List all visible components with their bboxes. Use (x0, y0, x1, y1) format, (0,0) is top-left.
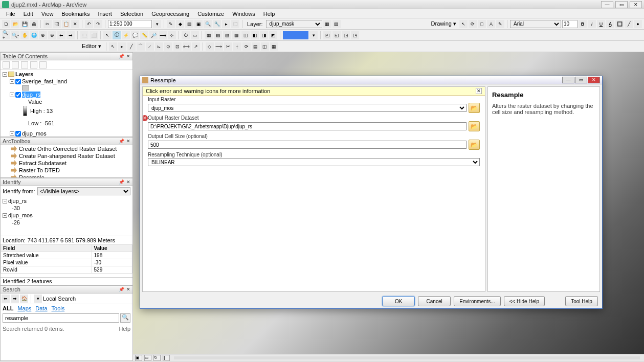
layer-checkbox[interactable] (15, 79, 21, 84)
menu-bookmarks[interactable]: Bookmarks (57, 10, 94, 18)
minimize-button[interactable]: — (601, 1, 613, 8)
identify-close-icon[interactable]: ✕ (126, 179, 130, 185)
undo-icon[interactable]: ↶ (85, 20, 93, 28)
menu-insert[interactable]: Insert (94, 10, 116, 18)
browse-button[interactable]: 📂 (469, 121, 480, 131)
edit-vertices-icon[interactable]: ✎ (496, 20, 504, 28)
reshape-icon[interactable]: ⟿ (215, 42, 223, 51)
refresh-view-icon[interactable]: ↻ (153, 355, 161, 361)
editor-menu[interactable]: Editor ▾ (82, 43, 101, 50)
identify-layer[interactable]: djup_mos (8, 212, 33, 218)
open-icon[interactable]: 📂 (11, 20, 19, 28)
output-dataset-input[interactable] (148, 122, 467, 130)
next-extent-icon[interactable]: ➡ (66, 31, 75, 39)
dataframe-label[interactable]: Layers (15, 71, 33, 77)
scale-down-icon[interactable]: ▾ (153, 20, 161, 28)
trace-icon[interactable]: ⟋ (146, 42, 154, 51)
ok-button[interactable]: OK (382, 296, 415, 306)
effects7-icon[interactable]: ◨ (260, 31, 268, 39)
effects2-icon[interactable]: ▨ (214, 31, 222, 39)
tool-item[interactable]: Create Pan-sharpened Raster Dataset (1, 152, 132, 160)
tree-toggle-icon[interactable]: − (3, 199, 7, 203)
new-icon[interactable]: 🗋 (2, 20, 10, 28)
maximize-button[interactable]: ▭ (615, 1, 628, 8)
pan-icon[interactable]: ✋ (20, 31, 29, 39)
identify-value[interactable]: -26 (12, 219, 20, 225)
toc-list-by-selection-icon[interactable] (30, 61, 37, 69)
print-icon[interactable]: 🖶 (30, 20, 38, 28)
layer-select[interactable]: djup_mask (266, 20, 322, 28)
rotate2-icon[interactable]: ⟳ (242, 42, 251, 51)
menu-customize[interactable]: Customize (193, 10, 228, 18)
identify-value[interactable]: -30 (12, 205, 20, 211)
search-help-link[interactable]: Help (119, 326, 130, 332)
prev-extent-icon[interactable]: ⬅ (57, 31, 65, 39)
rectangle-icon[interactable]: □ (478, 20, 486, 28)
find-icon[interactable]: 🔎 (149, 31, 158, 39)
select-arrow-icon[interactable]: ↖ (103, 31, 112, 39)
search-input[interactable] (3, 313, 119, 323)
arctoolbox-icon[interactable]: 🔧 (213, 20, 221, 28)
measure-icon[interactable]: 📏 (140, 31, 148, 39)
create-viewer-icon[interactable]: ▭ (191, 31, 199, 39)
search-go-icon[interactable]: 🔍 (120, 313, 130, 323)
zoom-out-icon[interactable]: 🔍- (11, 31, 19, 39)
georef1-icon[interactable]: ◰ (323, 31, 331, 39)
effects3-icon[interactable]: ▧ (223, 31, 231, 39)
georef2-icon[interactable]: ◱ (332, 31, 341, 39)
dialog-minimize-button[interactable]: — (562, 77, 574, 83)
fill-color-icon[interactable]: 🔲 (615, 20, 624, 28)
html-popup-icon[interactable]: 💬 (131, 31, 139, 39)
toc-icon[interactable]: ▤ (185, 20, 193, 28)
tree-toggle-icon[interactable]: − (3, 72, 7, 77)
search-tab-tools[interactable]: Tools (52, 305, 65, 311)
toc-list-by-visibility-icon[interactable] (21, 61, 28, 69)
cut-icon[interactable]: ✂ (43, 20, 52, 28)
search-tab-all[interactable]: ALL (3, 305, 13, 311)
time-slider-icon[interactable]: ⏱ (182, 31, 190, 39)
edit-tool-icon[interactable]: ↖ (109, 42, 117, 51)
tool-help-button[interactable]: Tool Help (565, 296, 598, 306)
table-row[interactable]: Stretched value198 (1, 252, 132, 259)
layer-label[interactable]: djup_mos (22, 130, 47, 137)
tool-item[interactable]: Create Ortho Corrected Raster Dataset (1, 145, 132, 152)
dialog-titlebar[interactable]: Resample — ▭ ✕ (140, 76, 602, 84)
search-home-icon[interactable]: 🏠 (20, 295, 28, 303)
find-route-icon[interactable]: ⟶ (159, 31, 167, 39)
menu-view[interactable]: View (37, 10, 58, 18)
redo-icon[interactable]: ↷ (94, 20, 102, 28)
text-icon[interactable]: A (487, 20, 495, 28)
color-down-icon[interactable]: ▾ (309, 31, 318, 39)
go-xy-icon[interactable]: ⊹ (168, 31, 176, 39)
close-button[interactable]: ✕ (630, 1, 642, 8)
arc-seg-icon[interactable]: ⌒ (137, 42, 145, 51)
effects8-icon[interactable]: ◩ (269, 31, 277, 39)
model-icon[interactable]: ⬚ (231, 20, 239, 28)
copy-icon[interactable]: ⿻ (53, 20, 61, 28)
search-window-icon[interactable]: 🔍 (204, 20, 212, 28)
effects1-icon[interactable]: ▦ (205, 31, 213, 39)
save-icon[interactable]: 💾 (20, 20, 29, 28)
scale-input[interactable] (108, 20, 152, 28)
toc-close-icon[interactable]: ✕ (126, 54, 130, 59)
menu-geoprocessing[interactable]: Geoprocessing (147, 10, 193, 18)
toc-list-by-drawing-icon[interactable] (3, 61, 10, 69)
marker-color-icon[interactable]: ● (634, 20, 642, 28)
underline-icon[interactable]: U (597, 20, 605, 28)
paste-icon[interactable]: 📋 (62, 20, 70, 28)
menu-file[interactable]: File (2, 10, 19, 18)
data-view-icon[interactable]: ▣ (135, 355, 142, 361)
hide-help-button[interactable]: << Hide Help (504, 296, 545, 306)
direction-icon[interactable]: ↗ (192, 42, 200, 51)
arctoolbox-close-icon[interactable]: ✕ (126, 139, 130, 144)
right-angle-icon[interactable]: ⊾ (155, 42, 163, 51)
search-pin-icon[interactable]: 📌 (119, 287, 124, 292)
distance-icon[interactable]: ⟷ (183, 42, 191, 51)
straight-seg-icon[interactable]: ╱ (127, 42, 136, 51)
split-icon[interactable]: ⟊ (233, 42, 241, 51)
search-fwd-icon[interactable]: ➡ (11, 295, 19, 303)
search-close-icon[interactable]: ✕ (126, 287, 130, 292)
rotate-icon[interactable]: ⟳ (469, 20, 477, 28)
select-element-icon[interactable]: ↖ (459, 20, 468, 28)
bold-icon[interactable]: B (579, 20, 587, 28)
